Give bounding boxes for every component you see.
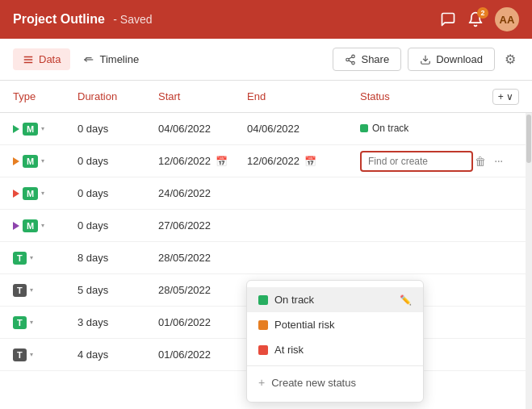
- start-cell: 27/06/2022: [158, 219, 247, 232]
- create-status-label: Create new status: [271, 377, 356, 389]
- tab-data-label: Data: [39, 53, 61, 65]
- duration-cell: 0 days: [77, 219, 158, 232]
- triangle-icon: [13, 125, 19, 133]
- start-cell: 24/06/2022: [158, 187, 247, 199]
- type-badge: T: [13, 284, 27, 297]
- avatar[interactable]: AA: [495, 7, 519, 31]
- toolbar: Data Timeline Share Download ⚙: [0, 39, 532, 81]
- table-container: Type Duration Start End Status + ∨ M ▾ 0…: [0, 81, 532, 409]
- scrollbar-thumb[interactable]: [526, 115, 531, 163]
- share-label: Share: [361, 53, 389, 65]
- scrollbar-track[interactable]: [526, 113, 532, 409]
- type-badge: T: [13, 252, 27, 265]
- svg-point-5: [352, 55, 355, 58]
- chevron-down-icon[interactable]: ▾: [41, 157, 44, 165]
- delete-button[interactable]: 🗑: [473, 153, 488, 169]
- chevron-down-icon[interactable]: ▾: [30, 286, 33, 294]
- duration-cell: 5 days: [77, 284, 158, 296]
- chevron-down-icon[interactable]: ▾: [41, 190, 44, 197]
- svg-point-7: [352, 61, 355, 65]
- col-status: Status: [360, 90, 471, 102]
- triangle-icon: [13, 157, 19, 165]
- type-badge: M: [23, 155, 38, 168]
- more-options-button[interactable]: ···: [492, 152, 504, 170]
- dropdown-item-on-track[interactable]: On track ✏️: [247, 287, 423, 312]
- duration-cell: 0 days: [77, 155, 158, 167]
- chevron-down-icon[interactable]: ▾: [41, 125, 44, 132]
- duration-cell: 3 days: [77, 316, 158, 328]
- chevron-down-icon[interactable]: ▾: [30, 351, 33, 358]
- type-badge: M: [23, 123, 38, 136]
- start-cell: 04/06/2022: [158, 123, 247, 135]
- chevron-down-icon[interactable]: ▾: [41, 222, 44, 229]
- status-dot-red: [258, 345, 268, 355]
- calendar-icon[interactable]: 📅: [304, 156, 316, 167]
- type-badge: M: [23, 187, 38, 200]
- dropdown-item-at-risk[interactable]: At risk: [247, 337, 423, 362]
- duration-cell: 0 days: [77, 187, 158, 199]
- duration-cell: 4 days: [77, 348, 158, 361]
- svg-line-9: [349, 56, 352, 58]
- table-row: M ▾ 0 days 24/06/2022: [0, 177, 532, 210]
- project-title: Project Outline: [13, 12, 105, 26]
- start-cell: 28/05/2022: [158, 252, 247, 264]
- col-type: Type: [13, 90, 77, 102]
- start-cell: 01/06/2022: [158, 316, 247, 328]
- calendar-icon[interactable]: 📅: [216, 156, 228, 167]
- find-or-create-input[interactable]: [360, 151, 473, 172]
- main-content: Project Outline - Saved 2 AA Data: [0, 0, 532, 409]
- add-column-area: + ∨: [471, 89, 519, 105]
- download-button[interactable]: Download: [408, 48, 495, 71]
- header-bar: Project Outline - Saved 2 AA: [0, 0, 532, 39]
- status-label: On track: [372, 123, 408, 134]
- toolbar-right: Share Download ⚙: [333, 48, 519, 71]
- dropdown-label-at-risk: At risk: [274, 344, 304, 356]
- table-row: M ▾ 0 days 04/06/2022 04/06/2022 On trac…: [0, 113, 532, 145]
- settings-button[interactable]: ⚙: [501, 48, 519, 70]
- notification-button[interactable]: 2: [467, 11, 484, 27]
- create-status-button[interactable]: + Create new status: [247, 369, 423, 395]
- status-dot: [360, 124, 368, 132]
- tab-data[interactable]: Data: [13, 48, 70, 70]
- type-badge: T: [13, 316, 27, 329]
- tab-timeline-label: Timeline: [99, 53, 139, 65]
- col-start: Start: [158, 90, 247, 102]
- chat-button[interactable]: [440, 11, 456, 27]
- table-row: M ▾ 0 days 12/06/2022 📅 12/06/2022 📅 🗑 ·…: [0, 145, 532, 177]
- chevron-down-icon[interactable]: ▾: [30, 319, 33, 326]
- triangle-icon: [13, 222, 19, 230]
- row-type-cell: M ▾: [13, 155, 77, 168]
- status-dot-green: [258, 295, 268, 305]
- edit-icon[interactable]: ✏️: [400, 294, 412, 306]
- row-type-cell: M ▾: [13, 187, 77, 200]
- svg-line-8: [349, 60, 352, 61]
- start-cell: 12/06/2022 📅: [158, 155, 247, 167]
- table-row: M ▾ 0 days 27/06/2022: [0, 210, 532, 242]
- table-row: T ▾ 8 days 28/05/2022: [0, 242, 532, 274]
- chevron-down-icon[interactable]: ▾: [30, 254, 33, 261]
- status-cell: On track: [360, 123, 471, 135]
- duration-cell: 0 days: [77, 123, 158, 135]
- row-type-cell: M ▾: [13, 219, 77, 232]
- row-type-cell: T ▾: [13, 284, 77, 297]
- download-label: Download: [436, 53, 483, 65]
- row-type-cell: T ▾: [13, 348, 77, 361]
- dropdown-divider: [247, 365, 423, 366]
- dropdown-label-potential-risk: Potential risk: [274, 319, 334, 331]
- type-badge: M: [23, 219, 38, 232]
- row-type-cell: T ▾: [13, 252, 77, 265]
- status-dot-orange: [258, 320, 268, 330]
- end-cell: 12/06/2022 📅: [247, 155, 360, 167]
- start-cell: 28/05/2022: [158, 284, 247, 296]
- share-button[interactable]: Share: [333, 48, 401, 71]
- type-badge: T: [13, 348, 27, 361]
- col-duration: Duration: [77, 90, 158, 102]
- status-cell[interactable]: [360, 151, 473, 172]
- triangle-icon: [13, 190, 19, 198]
- plus-icon: +: [258, 376, 265, 389]
- row-actions-cell: 🗑 ···: [473, 152, 522, 170]
- add-column-button[interactable]: + ∨: [492, 89, 519, 105]
- dropdown-item-potential-risk[interactable]: Potential risk: [247, 312, 423, 337]
- svg-point-6: [346, 58, 350, 61]
- tab-timeline[interactable]: Timeline: [73, 48, 149, 70]
